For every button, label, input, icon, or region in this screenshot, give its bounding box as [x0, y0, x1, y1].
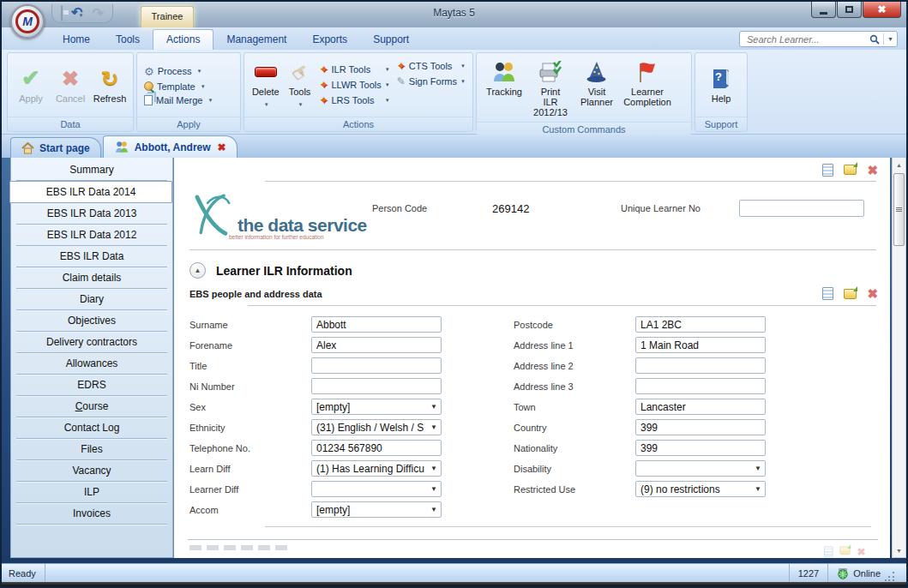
- sidebar-item-ilp[interactable]: ILP: [16, 482, 167, 503]
- sidebar-item-claim-details[interactable]: Claim details: [16, 267, 167, 289]
- sidebar-item-delivery-contractors[interactable]: Delivery contractors: [16, 332, 167, 353]
- unique-learner-no-field[interactable]: [739, 200, 864, 217]
- learner-diff-select[interactable]: ▼: [311, 481, 442, 497]
- print-ilr-button[interactable]: Print ILR 2012/13: [528, 57, 573, 120]
- help-book-icon: ?: [710, 66, 732, 92]
- cancel-button[interactable]: ✖ Cancel: [51, 63, 90, 107]
- sidebar-item-objectives[interactable]: Objectives: [16, 310, 167, 332]
- address-line-3-field[interactable]: [635, 378, 766, 394]
- collapse-section-button[interactable]: ▲: [189, 262, 206, 279]
- close-button[interactable]: ✖: [863, 2, 901, 18]
- new-record-icon[interactable]: [822, 287, 833, 300]
- scrollbar-thumb[interactable]: [893, 173, 905, 246]
- chevron-down-icon: ▼: [430, 423, 437, 431]
- search-input[interactable]: [747, 34, 869, 45]
- address-line-3-label: Address line 3: [514, 381, 635, 392]
- scroll-down-icon[interactable]: ▼: [893, 543, 905, 557]
- record-header: the data service better information for …: [188, 184, 878, 246]
- ilr-tools-button[interactable]: ✦ ILR Tools ▼: [319, 63, 389, 75]
- resize-grip[interactable]: [885, 571, 895, 581]
- maximize-button[interactable]: [837, 2, 862, 18]
- forename-field[interactable]: [311, 337, 442, 353]
- sidebar-item-invoices[interactable]: Invoices: [16, 503, 167, 525]
- lrs-tools-button[interactable]: ✦ LRS Tools ▼: [319, 94, 389, 106]
- maytas-logo-icon: M: [15, 9, 39, 33]
- title-field[interactable]: [311, 357, 442, 374]
- country-field[interactable]: [635, 419, 766, 435]
- select-value: (1) Has Learning Difficu: [316, 463, 430, 475]
- nationality-field[interactable]: [635, 440, 766, 456]
- apply-button[interactable]: ✔ Apply: [11, 63, 51, 107]
- sidebar-item-course[interactable]: Course: [16, 396, 167, 417]
- close-tab-icon[interactable]: ✖: [218, 141, 226, 153]
- address-line-2-field[interactable]: [635, 357, 766, 374]
- sidebar-item-edrs[interactable]: EDRS: [16, 375, 167, 396]
- minimize-button[interactable]: [811, 2, 836, 18]
- chevron-down-icon: ▼: [430, 403, 437, 411]
- accom-select[interactable]: [empty]▼: [311, 501, 442, 518]
- sign-forms-button[interactable]: ✎ Sign Forms ▼: [397, 75, 466, 87]
- learner-completion-button[interactable]: Learner Completion: [621, 57, 674, 110]
- sidebar-item-diary[interactable]: Diary: [16, 289, 167, 310]
- surname-field[interactable]: [311, 316, 442, 333]
- tab-home[interactable]: Home: [50, 30, 103, 50]
- mail-merge-button[interactable]: Mail Merge ▼: [144, 95, 213, 105]
- search-learner-box[interactable]: ▼: [739, 31, 898, 47]
- delete-button[interactable]: Delete ▼: [248, 57, 284, 113]
- telephone-field[interactable]: [311, 440, 442, 456]
- tools-button[interactable]: ☞ Tools ▼: [284, 57, 316, 113]
- title-bar: M ↶▼ ↷ Trainee Maytas 5 ✖: [2, 2, 906, 27]
- process-button[interactable]: ⚙ Process ▼: [144, 65, 213, 78]
- chevron-down-icon: ▼: [430, 485, 437, 493]
- address-line-1-field[interactable]: [635, 337, 766, 353]
- tab-learner-abbott-andrew[interactable]: Abbott, Andrew ✖: [103, 135, 238, 158]
- wand-icon: ✦: [397, 60, 406, 72]
- tab-tools[interactable]: Tools: [103, 30, 153, 50]
- sidebar-item-ebs-ilr-data-2012[interactable]: EBS ILR Data 2012: [16, 225, 167, 246]
- sex-select[interactable]: [empty]▼: [311, 399, 442, 415]
- delete-record-icon: ✖: [857, 547, 866, 557]
- sidebar-item-summary[interactable]: Summary: [16, 159, 167, 181]
- learn-diff-select[interactable]: (1) Has Learning Difficu▼: [311, 460, 442, 477]
- help-button[interactable]: ? Help: [701, 63, 741, 107]
- sidebar-item-ebs-ilr-data[interactable]: EBS ILR Data: [16, 246, 167, 267]
- save-record-icon[interactable]: [844, 165, 857, 175]
- delete-record-icon[interactable]: ✖: [867, 164, 878, 177]
- ethnicity-select[interactable]: (31) English / Welsh / S▼: [311, 419, 442, 435]
- delete-record-icon[interactable]: ✖: [867, 287, 878, 300]
- sidebar-item-contact-log[interactable]: Contact Log: [16, 417, 167, 439]
- refresh-button[interactable]: ↻ Refresh: [90, 63, 129, 107]
- tab-exports[interactable]: Exports: [299, 30, 360, 50]
- postcode-field[interactable]: [635, 316, 766, 333]
- cts-tools-button[interactable]: ✦ CTS Tools ▼: [397, 60, 466, 72]
- tracking-button[interactable]: Tracking: [480, 57, 528, 100]
- disability-select[interactable]: ▼: [635, 460, 766, 477]
- tab-start-page[interactable]: Start page: [10, 137, 101, 158]
- sidebar-item-vacancy[interactable]: Vacancy: [16, 460, 167, 482]
- template-button[interactable]: Template ▼: [144, 81, 213, 92]
- chevron-down-icon[interactable]: ▼: [887, 36, 893, 42]
- app-menu-button[interactable]: M: [10, 4, 45, 39]
- save-record-icon[interactable]: [844, 289, 857, 299]
- restricted-use-select[interactable]: (9) no restrictions▼: [635, 481, 766, 497]
- town-field[interactable]: [635, 399, 766, 415]
- new-record-icon[interactable]: [822, 164, 833, 177]
- tab-support[interactable]: Support: [360, 30, 422, 50]
- tab-management[interactable]: Management: [213, 30, 299, 50]
- llwr-tools-button[interactable]: ✦ LLWR Tools ▼: [319, 79, 389, 91]
- visit-planner-button[interactable]: Visit Planner: [573, 57, 621, 110]
- sidebar-item-allowances[interactable]: Allowances: [16, 353, 167, 375]
- vertical-scrollbar[interactable]: ▲ ▼: [892, 158, 906, 558]
- tab-actions[interactable]: Actions: [153, 29, 213, 50]
- sidebar-item-ebs-ilr-data-2014[interactable]: EBS ILR Data 2014: [9, 181, 172, 203]
- scroll-up-icon[interactable]: ▲: [893, 158, 905, 171]
- ni-number-field[interactable]: [311, 378, 442, 394]
- sidebar-item-files[interactable]: Files: [16, 439, 167, 460]
- form-row: Title: [189, 357, 447, 374]
- scrollbar-track[interactable]: [893, 171, 905, 543]
- refresh-label: Refresh: [93, 93, 127, 105]
- ribbon-tab-row: Home Tools Actions Management Exports Su…: [2, 27, 906, 50]
- sidebar-item-ebs-ilr-data-2013[interactable]: EBS ILR Data 2013: [16, 203, 167, 225]
- apply-label: Apply: [19, 93, 43, 105]
- search-icon[interactable]: [869, 34, 880, 45]
